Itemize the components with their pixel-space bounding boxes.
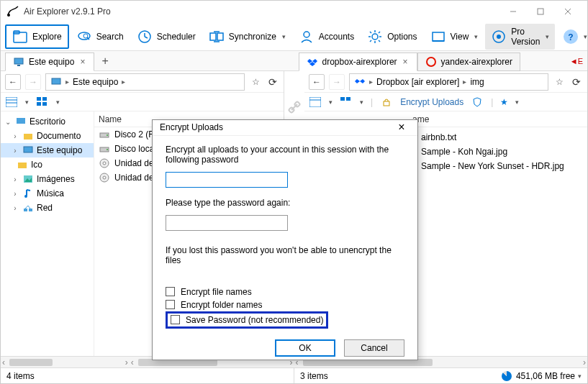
monitor-icon <box>13 56 24 68</box>
password-input[interactable] <box>166 172 288 188</box>
svg-rect-71 <box>340 97 345 101</box>
expand-icon[interactable]: › <box>11 147 19 155</box>
chevron-down-icon[interactable]: ▾ <box>578 372 582 380</box>
desktop-icon <box>15 116 27 127</box>
search-button[interactable]: Search <box>71 26 130 47</box>
close-button[interactable] <box>554 2 582 21</box>
file-name: airbnb.txt <box>421 132 456 142</box>
dialog-buttons: OK Cancel <box>153 337 417 360</box>
explore-button[interactable]: Explore <box>5 24 69 49</box>
svg-rect-25 <box>433 32 444 41</box>
accounts-button[interactable]: Accounts <box>293 26 360 47</box>
pro-version-button[interactable]: Pro Version ▾ <box>485 24 555 50</box>
expand-icon[interactable]: › <box>11 175 19 183</box>
collapse-icon[interactable]: ⌄ <box>4 118 12 126</box>
tree-item[interactable]: Ico <box>1 157 94 172</box>
options-button[interactable]: Options <box>361 26 422 47</box>
svg-rect-37 <box>52 78 60 84</box>
star-icon[interactable]: ★ <box>500 97 508 107</box>
tree-item[interactable]: › Red <box>1 201 94 215</box>
checkbox-icon[interactable] <box>171 315 180 324</box>
ok-button[interactable]: OK <box>275 339 335 357</box>
view-button[interactable]: View ▾ <box>425 26 484 47</box>
synchronize-button[interactable]: Synchronize ▾ <box>203 26 291 47</box>
chevron-down-icon[interactable]: ▾ <box>56 99 60 106</box>
chevron-down-icon[interactable]: ▾ <box>515 99 519 106</box>
chevron-down-icon[interactable]: ▾ <box>25 99 29 106</box>
tab-este-equipo[interactable]: Este equipo × <box>5 52 94 71</box>
tab-yandex[interactable]: yandex-airexplorer <box>417 52 520 71</box>
tree-item[interactable]: › Documento <box>1 129 94 143</box>
view-label: View <box>451 32 469 42</box>
chevron-down-icon[interactable]: ▾ <box>329 99 333 106</box>
search-icon <box>76 29 92 45</box>
back-button[interactable]: ← <box>5 74 21 90</box>
checkbox-label: Save Password (not recommended) <box>186 315 323 325</box>
checkbox-encrypt-folders[interactable]: Encrypt folder names <box>166 298 404 311</box>
favorite-button[interactable]: ☆ <box>553 77 566 87</box>
svg-rect-14 <box>217 33 223 40</box>
minimize-button[interactable] <box>499 2 527 21</box>
dialog-close-button[interactable]: × <box>393 121 410 134</box>
tree-label: Ico <box>31 160 42 170</box>
tab-close-icon[interactable]: × <box>78 57 86 67</box>
svg-point-63 <box>103 176 106 179</box>
shield-icon[interactable] <box>471 96 484 109</box>
tree-item-selected[interactable]: › Este equipo <box>1 143 94 157</box>
checkbox-save-password-highlighted[interactable]: Save Password (not recommended) <box>166 311 328 329</box>
svg-point-15 <box>304 32 309 37</box>
refresh-button[interactable]: ⟳ <box>570 76 583 88</box>
tree-label: Imágenes <box>37 174 75 184</box>
favorite-button[interactable]: ☆ <box>249 77 262 87</box>
crumb-segment[interactable]: Este equipo <box>73 77 118 87</box>
expand-icon[interactable]: › <box>11 190 19 198</box>
window-title: Air Explorer v2.9.1 Pro <box>24 6 499 17</box>
svg-point-0 <box>7 14 10 17</box>
tab-dropbox[interactable]: dropbox-airexplorer × <box>299 52 417 71</box>
expand-icon[interactable]: › <box>11 132 19 140</box>
tree-label: Este equipo <box>37 145 82 155</box>
new-tab-button[interactable]: + <box>94 55 115 68</box>
search-label: Search <box>96 32 124 42</box>
right-breadcrumb[interactable]: ▸ Dropbox [air explorer] ▸ img <box>349 73 548 91</box>
checkbox-icon[interactable] <box>166 300 175 309</box>
checkbox-encrypt-files[interactable]: Encrypt file names <box>166 285 404 298</box>
expand-icon[interactable]: › <box>11 204 19 212</box>
tree-item[interactable]: › Música <box>1 186 94 201</box>
crumb-segment[interactable]: img <box>470 77 484 87</box>
encrypt-uploads-button[interactable]: Encrypt Uploads <box>400 97 463 107</box>
link-icon[interactable] <box>287 100 302 114</box>
view-list-icon[interactable] <box>309 96 322 109</box>
svg-rect-43 <box>37 102 41 106</box>
overflow-indicator[interactable]: ◄E <box>566 57 587 65</box>
help-button[interactable]: ? ▾ <box>556 26 588 47</box>
left-breadcrumb[interactable]: ▸ Este equipo ▸ <box>45 73 245 91</box>
back-button[interactable]: ← <box>309 74 325 90</box>
svg-rect-2 <box>538 9 543 14</box>
crumb-segment[interactable]: Dropbox [air explorer] <box>376 77 459 87</box>
view-list-icon[interactable] <box>5 96 18 109</box>
right-subbar: ▾ ▾ | Encrypt Uploads | ★ ▾ <box>304 93 587 111</box>
file-name: Sample - Koh Ngai.jpg <box>421 147 507 157</box>
svg-rect-48 <box>18 163 27 168</box>
tabs-row: Este equipo × + dropbox-airexplorer × ya… <box>1 51 587 71</box>
file-name: Disco loca <box>114 144 154 154</box>
password-confirm-input[interactable] <box>166 215 288 231</box>
view-tiles-icon[interactable] <box>36 96 49 109</box>
tree-item[interactable]: › Imágenes <box>1 172 94 186</box>
forward-button[interactable]: → <box>329 74 345 90</box>
svg-rect-53 <box>29 209 32 211</box>
chevron-down-icon[interactable]: ▾ <box>360 99 363 106</box>
view-tiles-icon[interactable] <box>340 96 353 109</box>
forward-button[interactable]: → <box>25 74 41 90</box>
refresh-button[interactable]: ⟳ <box>266 76 279 88</box>
scheduler-button[interactable]: Scheduler <box>131 26 202 47</box>
tab-close-icon[interactable]: × <box>402 57 410 67</box>
maximize-button[interactable] <box>527 2 554 21</box>
dropbox-icon <box>307 56 318 68</box>
cancel-button[interactable]: Cancel <box>344 339 404 357</box>
svg-text:?: ? <box>569 32 574 42</box>
left-subbar: ▾ ▾ <box>1 93 284 111</box>
tree-root[interactable]: ⌄ Escritorio <box>1 114 94 129</box>
checkbox-icon[interactable] <box>166 287 175 296</box>
